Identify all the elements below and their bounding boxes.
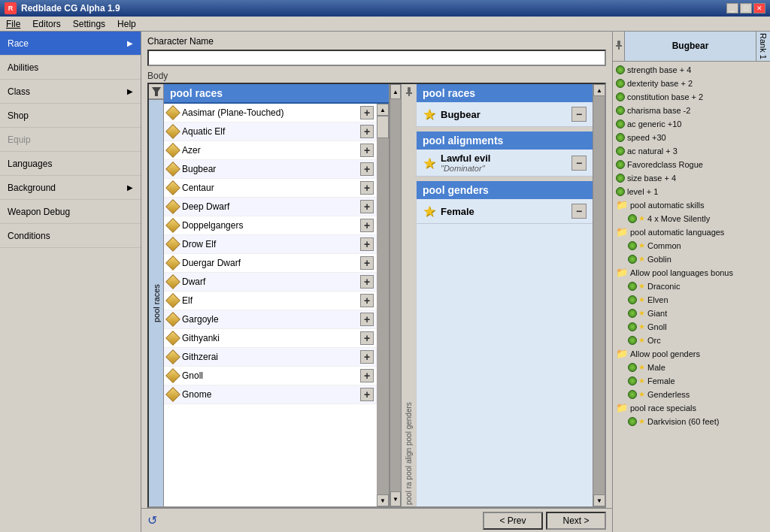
folder-icon: 📁	[616, 402, 628, 413]
alignment-star-icon: ★	[423, 154, 436, 172]
race-add-button[interactable]: +	[360, 331, 374, 345]
race-add-button[interactable]: +	[360, 388, 374, 401]
filter-icon[interactable]	[149, 84, 163, 99]
race-add-button[interactable]: +	[360, 200, 374, 213]
sidebar-item-languages[interactable]: Languages	[0, 152, 141, 176]
sidebar-item-shop[interactable]: Shop	[0, 104, 141, 128]
pool-list: Aasimar (Plane-Touched) + Aquatic Elf + …	[164, 104, 377, 506]
sidebar-item-race[interactable]: Race ▶	[0, 32, 141, 56]
bugbear-selected-item[interactable]: ★ Bugbear −	[417, 102, 593, 127]
pool-list-item[interactable]: Elf +	[164, 292, 377, 310]
info-item: 📁pool automatic languages	[613, 225, 770, 239]
race-add-button[interactable]: +	[360, 313, 374, 326]
menu-file[interactable]: File	[3, 18, 23, 30]
pool-list-scrollbar[interactable]: ▲ ▼	[377, 104, 389, 506]
right-scrollbar[interactable]: ▲ ▼	[593, 84, 605, 506]
race-item-name: Drow Elf	[182, 239, 357, 249]
body-label: Body	[141, 69, 612, 83]
star-icon: ★	[638, 255, 645, 263]
right-scroll-up[interactable]: ▲	[593, 84, 605, 96]
info-item: dexterity base + 2	[613, 77, 770, 90]
next-button[interactable]: Next >	[546, 512, 606, 530]
middle-scrollbar: ▲ ▼	[390, 84, 402, 506]
pool-list-item[interactable]: Githyanki +	[164, 329, 377, 348]
pool-list-item[interactable]: Gargoyle +	[164, 310, 377, 329]
pool-list-item[interactable]: Duergar Dwarf +	[164, 254, 377, 273]
gender-selected-item[interactable]: ★ Female −	[417, 199, 593, 224]
pool-list-item[interactable]: Aquatic Elf +	[164, 122, 377, 141]
char-name-input[interactable]	[147, 50, 606, 66]
race-add-button[interactable]: +	[360, 294, 374, 307]
scroll-thumb[interactable]	[377, 116, 389, 138]
pool-list-item[interactable]: Gnome +	[164, 385, 377, 404]
sidebar-item-class[interactable]: Class ▶	[0, 80, 141, 104]
info-item: constitution base + 2	[613, 90, 770, 104]
sidebar-item-weapon-debug[interactable]: Weapon Debug	[0, 200, 141, 224]
folder-icon: 📁	[616, 226, 628, 237]
menu-settings[interactable]: Settings	[70, 18, 108, 30]
menu-editors[interactable]: Editors	[29, 18, 63, 30]
sidebar-item-weapon-debug-label: Weapon Debug	[8, 207, 70, 217]
race-add-button[interactable]: +	[360, 237, 374, 251]
pool-races-section: pool races ★ Bugbear −	[417, 84, 593, 127]
gender-star-icon: ★	[423, 202, 436, 220]
pool-races-vtab[interactable]: pool races	[149, 99, 163, 506]
prev-button[interactable]: < Prev	[483, 512, 543, 530]
pool-list-item[interactable]: Azer +	[164, 141, 377, 160]
race-add-button[interactable]: +	[360, 162, 374, 176]
sidebar-item-abilities[interactable]: Abilities	[0, 56, 141, 80]
race-add-button[interactable]: +	[360, 219, 374, 232]
alignment-sub: "Dominator"	[441, 164, 567, 173]
char-name-label: Character Name	[147, 36, 606, 47]
refresh-icon[interactable]: ↺	[147, 513, 157, 527]
mid-scroll-up[interactable]: ▲	[390, 84, 401, 99]
race-item-name: Doppelgangers	[182, 220, 357, 231]
svg-rect-4	[617, 41, 620, 45]
pool-list-item[interactable]: Drow Elf +	[164, 235, 377, 254]
pool-list-item[interactable]: Doppelgangers +	[164, 216, 377, 235]
info-pin[interactable]	[613, 32, 625, 61]
race-item-icon	[165, 105, 180, 120]
pool-list-item[interactable]: Dwarf +	[164, 273, 377, 292]
sidebar-item-background[interactable]: Background ▶	[0, 176, 141, 200]
scroll-up-arrow[interactable]: ▲	[377, 104, 389, 116]
race-add-button[interactable]: +	[360, 256, 374, 270]
race-add-button[interactable]: +	[360, 144, 374, 157]
race-add-button[interactable]: +	[360, 125, 374, 138]
scroll-down-arrow[interactable]: ▼	[377, 494, 389, 506]
race-add-button[interactable]: +	[360, 275, 374, 289]
sidebar-item-abilities-label: Abilities	[8, 62, 38, 73]
pool-list-item[interactable]: Gnoll +	[164, 367, 377, 385]
maximize-button[interactable]: □	[740, 3, 752, 14]
menu-help[interactable]: Help	[114, 18, 139, 30]
close-button[interactable]: ✕	[753, 3, 765, 14]
info-item-text: Elven	[647, 295, 668, 304]
race-add-button[interactable]: +	[360, 106, 374, 119]
alignment-remove-btn[interactable]: −	[571, 156, 587, 171]
bugbear-remove-btn[interactable]: −	[571, 107, 587, 122]
pool-list-item[interactable]: Aasimar (Plane-Touched) +	[164, 104, 377, 122]
info-item: ★ Common	[613, 239, 770, 252]
info-item-text: Favoredclass Rogue	[627, 160, 703, 169]
pool-list-item[interactable]: Centaur +	[164, 179, 377, 198]
info-item-text: Allow pool languages bonus	[630, 268, 733, 277]
gender-remove-btn[interactable]: −	[571, 204, 587, 219]
minimize-button[interactable]: _	[726, 3, 738, 14]
pool-list-item[interactable]: Deep Dwarf +	[164, 198, 377, 216]
mid-scroll-down[interactable]: ▼	[390, 491, 401, 506]
info-item: ★ Male	[613, 361, 770, 374]
pool-list-item[interactable]: Bugbear +	[164, 160, 377, 179]
title-bar-buttons[interactable]: _ □ ✕	[726, 3, 765, 14]
info-item: ★ Female	[613, 374, 770, 388]
leaf-icon	[616, 147, 625, 156]
star-icon: ★	[638, 376, 645, 385]
info-item: ★ Draconic	[613, 280, 770, 293]
pool-list-item[interactable]: Githzerai +	[164, 348, 377, 367]
sidebar-item-conditions[interactable]: Conditions	[0, 224, 141, 248]
alignment-selected-item[interactable]: ★ Lawful evil "Dominator" −	[417, 150, 593, 177]
race-add-button[interactable]: +	[360, 181, 374, 195]
race-add-button[interactable]: +	[360, 369, 374, 382]
pin-icon[interactable]	[405, 84, 414, 99]
right-scroll-down[interactable]: ▼	[593, 494, 605, 506]
race-add-button[interactable]: +	[360, 350, 374, 364]
